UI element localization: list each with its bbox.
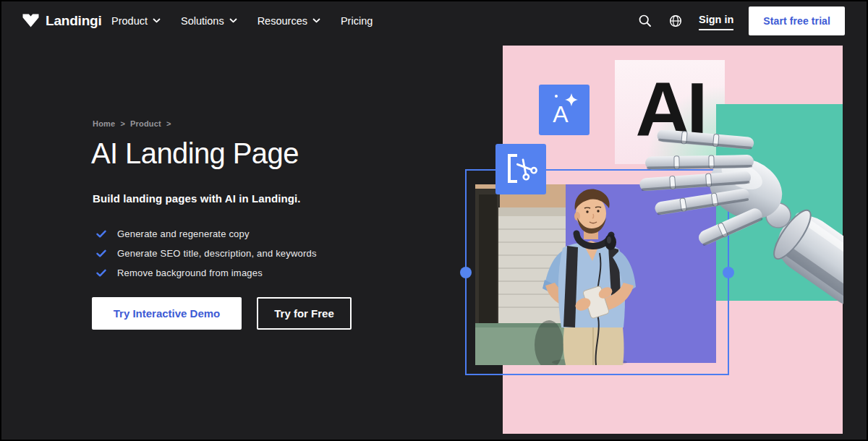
try-interactive-demo-button[interactable]: Try Interactive Demo bbox=[92, 297, 242, 330]
feature-text: Remove background from images bbox=[117, 267, 263, 278]
breadcrumb-home[interactable]: Home bbox=[93, 119, 115, 128]
remove-background-badge bbox=[495, 144, 546, 194]
nav-item-label: Product bbox=[111, 15, 148, 27]
logo[interactable]: Landingi bbox=[22, 0, 102, 41]
nav-item-label: Pricing bbox=[341, 15, 373, 27]
feature-item: Generate and regenerate copy bbox=[96, 224, 317, 244]
try-for-free-button[interactable]: Try for Free bbox=[257, 297, 352, 330]
feature-item: Generate SEO title, description, and key… bbox=[96, 244, 317, 263]
check-icon bbox=[96, 249, 106, 257]
hero-buttons: Try Interactive Demo Try for Free bbox=[92, 297, 352, 330]
ai-text-sparkle-icon: A bbox=[539, 85, 590, 135]
sign-in-link[interactable]: Sign in bbox=[699, 14, 733, 30]
svg-text:A: A bbox=[553, 101, 569, 127]
hero-subtitle: Build landing pages with AI in Landingi. bbox=[93, 192, 301, 205]
breadcrumb-separator: > bbox=[120, 119, 125, 128]
main-menu: Product Solutions Resources Pricing bbox=[111, 0, 373, 41]
feature-item: Remove background from images bbox=[96, 263, 317, 283]
check-icon bbox=[96, 269, 106, 277]
nav-item-label: Solutions bbox=[181, 15, 224, 27]
finger bbox=[657, 130, 754, 150]
landingi-heart-icon bbox=[22, 13, 40, 28]
nav-item-product[interactable]: Product bbox=[111, 15, 161, 27]
feature-text: Generate SEO title, description, and key… bbox=[117, 248, 317, 259]
landingi-ai-landing-page: Landingi Product Solutions Resources Pri… bbox=[0, 0, 868, 441]
ai-text-badge: A bbox=[539, 85, 590, 135]
globe-icon[interactable] bbox=[668, 13, 684, 29]
selection-handle-left[interactable] bbox=[460, 267, 472, 278]
nav-item-label: Resources bbox=[258, 15, 307, 27]
breadcrumb: Home > Product > bbox=[93, 119, 171, 128]
top-navigation: Landingi Product Solutions Resources Pri… bbox=[0, 0, 868, 41]
nav-item-resources[interactable]: Resources bbox=[258, 15, 320, 27]
search-icon[interactable] bbox=[637, 13, 652, 29]
feature-list: Generate and regenerate copy Generate SE… bbox=[96, 224, 317, 283]
hero-collage-illustration: AI bbox=[503, 46, 843, 434]
breadcrumb-separator: > bbox=[166, 119, 171, 128]
robot-hand-illustration bbox=[637, 130, 843, 307]
breadcrumb-product[interactable]: Product bbox=[130, 119, 161, 128]
chevron-down-icon bbox=[153, 18, 161, 23]
crop-scissors-icon bbox=[495, 144, 546, 194]
chevron-down-icon bbox=[312, 18, 320, 23]
nav-item-pricing[interactable]: Pricing bbox=[341, 15, 373, 27]
start-free-trial-button[interactable]: Start free trial bbox=[749, 7, 845, 35]
check-icon bbox=[96, 230, 106, 238]
feature-text: Generate and regenerate copy bbox=[117, 228, 250, 239]
nav-right-group: Sign in Start free trial bbox=[637, 0, 845, 41]
logo-text: Landingi bbox=[46, 13, 102, 29]
chevron-down-icon bbox=[229, 18, 237, 23]
nav-item-solutions[interactable]: Solutions bbox=[181, 15, 237, 27]
page-title: AI Landing Page bbox=[91, 137, 299, 169]
